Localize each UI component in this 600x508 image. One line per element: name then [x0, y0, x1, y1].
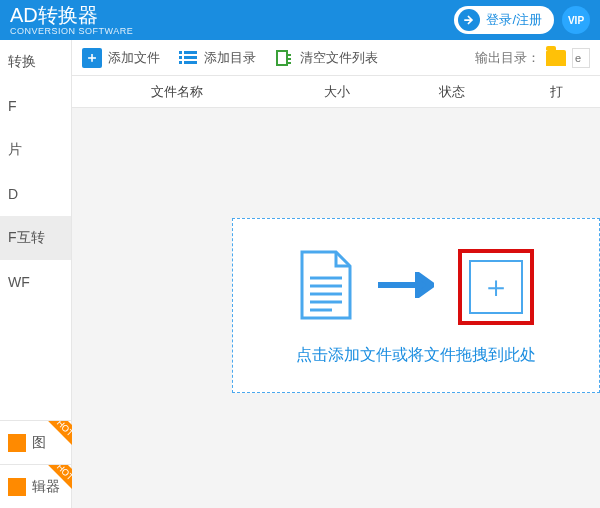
col-action: 打: [512, 83, 600, 101]
add-file-label: 添加文件: [108, 49, 160, 67]
clear-label: 清空文件列表: [300, 49, 378, 67]
sidebar-bottom-0-label: 图: [32, 434, 46, 452]
toolbar: ＋ 添加文件 添加目录 清空文件列表 输出目录：: [72, 40, 600, 76]
add-dir-button[interactable]: 添加目录: [178, 48, 256, 68]
arrow-icon: [378, 272, 434, 302]
workspace: 转换 F 片 D F互转 WF 图 HOT 辑器 HOT ＋ 添加文件: [0, 40, 600, 508]
folder-icon: [546, 50, 566, 66]
clear-icon: [274, 48, 294, 68]
sidebar-bottom: 图 HOT 辑器 HOT: [0, 420, 72, 508]
vip-badge[interactable]: VIP: [562, 6, 590, 34]
add-dir-label: 添加目录: [204, 49, 256, 67]
svg-rect-4: [184, 56, 197, 59]
main-panel: ＋ 添加文件 添加目录 清空文件列表 输出目录：: [72, 40, 600, 508]
clear-list-button[interactable]: 清空文件列表: [274, 48, 378, 68]
svg-rect-5: [184, 61, 197, 64]
sidebar-item-0[interactable]: 转换: [0, 40, 71, 84]
sidebar-item-1[interactable]: F: [0, 84, 71, 128]
login-icon: [458, 9, 480, 31]
sidebar-bottom-1-label: 辑器: [32, 478, 60, 496]
file-canvas: ＋ 点击添加文件或将文件拖拽到此处: [72, 108, 600, 508]
sidebar-item-4[interactable]: F互转: [0, 216, 71, 260]
app-title-block: AD转换器 CONVERSION SOFTWARE: [10, 5, 133, 36]
promo-icon: [8, 434, 26, 452]
output-dir[interactable]: 输出目录：: [475, 48, 590, 68]
sidebar-item-3[interactable]: D: [0, 172, 71, 216]
output-dir-input[interactable]: [572, 48, 590, 68]
svg-rect-1: [179, 56, 182, 59]
svg-rect-0: [179, 51, 182, 54]
login-label: 登录/注册: [486, 11, 542, 29]
col-status: 状态: [392, 83, 512, 101]
sidebar: 转换 F 片 D F互转 WF 图 HOT 辑器 HOT: [0, 40, 72, 508]
output-dir-label: 输出目录：: [475, 49, 540, 67]
app-header: AD转换器 CONVERSION SOFTWARE 登录/注册 VIP: [0, 0, 600, 40]
drop-hint: 点击添加文件或将文件拖拽到此处: [253, 345, 579, 366]
hot-ribbon: HOT: [42, 420, 72, 451]
add-file-target[interactable]: ＋: [458, 249, 534, 325]
svg-rect-6: [277, 51, 287, 65]
sidebar-item-2[interactable]: 片: [0, 128, 71, 172]
add-file-button[interactable]: ＋ 添加文件: [82, 48, 160, 68]
drop-zone[interactable]: ＋ 点击添加文件或将文件拖拽到此处: [232, 218, 600, 393]
plus-icon: ＋: [82, 48, 102, 68]
sidebar-bottom-0[interactable]: 图 HOT: [0, 420, 72, 464]
plus-icon: ＋: [469, 260, 523, 314]
svg-rect-3: [184, 51, 197, 54]
drop-illustration: ＋: [253, 249, 579, 325]
column-headers: 文件名称 大小 状态 打: [72, 76, 600, 108]
header-actions: 登录/注册 VIP: [454, 6, 590, 34]
sidebar-bottom-1[interactable]: 辑器 HOT: [0, 464, 72, 508]
document-icon: [298, 250, 354, 324]
sidebar-item-5[interactable]: WF: [0, 260, 71, 304]
app-subtitle: CONVERSION SOFTWARE: [10, 27, 133, 36]
col-size: 大小: [282, 83, 392, 101]
list-icon: [178, 48, 198, 68]
svg-rect-2: [179, 61, 182, 64]
login-button[interactable]: 登录/注册: [454, 6, 554, 34]
promo-icon: [8, 478, 26, 496]
app-title: AD转换器: [10, 5, 133, 25]
col-name: 文件名称: [72, 83, 282, 101]
